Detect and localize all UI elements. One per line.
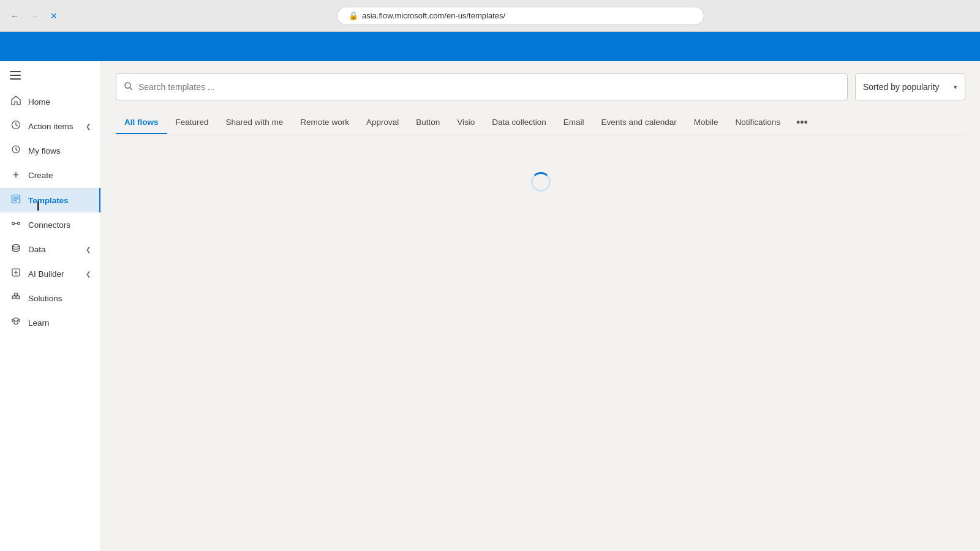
back-button[interactable]: ← — [6, 7, 23, 24]
sidebar-item-ai-builder-label: AI Builder — [28, 269, 64, 279]
ai-builder-chevron-icon: ❮ — [86, 271, 91, 277]
loading-spinner — [531, 172, 551, 192]
solutions-icon — [10, 292, 22, 304]
sidebar-item-learn[interactable]: Learn — [0, 310, 100, 335]
search-icon — [124, 81, 134, 93]
tab-approval[interactable]: Approval — [358, 111, 407, 134]
forward-button[interactable]: → — [26, 7, 43, 24]
tab-shared-with-me[interactable]: Shared with me — [217, 111, 292, 134]
sort-dropdown[interactable]: Sorted by popularity ▾ — [855, 73, 965, 100]
tab-featured[interactable]: Featured — [167, 111, 217, 134]
svg-point-3 — [18, 222, 20, 225]
content-wrapper: Sorted by popularity ▾ All flows Feature… — [116, 73, 965, 539]
nav-buttons: ← → ✕ — [6, 7, 62, 24]
sort-chevron-icon: ▾ — [954, 83, 957, 91]
sidebar-item-connectors-label: Connectors — [28, 220, 70, 230]
templates-icon — [10, 194, 22, 206]
browser-chrome: ← → ✕ 🔒 asia.flow.microsoft.com/en-us/te… — [0, 0, 980, 32]
sidebar: Home Action items ❮ My flows + Create Te… — [0, 61, 101, 551]
main-layout: Home Action items ❮ My flows + Create Te… — [0, 61, 980, 551]
action-items-chevron-icon: ❮ — [86, 123, 91, 130]
sidebar-item-create-label: Create — [28, 171, 53, 180]
hamburger-icon — [10, 71, 21, 80]
tab-data-collection[interactable]: Data collection — [483, 111, 555, 134]
sidebar-item-create[interactable]: + Create — [0, 163, 100, 188]
sidebar-item-solutions-label: Solutions — [28, 294, 62, 303]
sidebar-item-connectors[interactable]: Connectors — [0, 212, 100, 237]
sidebar-item-home[interactable]: Home — [0, 89, 100, 114]
lock-icon: 🔒 — [349, 11, 358, 20]
tabs-row: All flows Featured Shared with me Remote… — [116, 110, 965, 135]
sidebar-item-my-flows[interactable]: My flows — [0, 138, 100, 163]
create-icon: + — [10, 169, 22, 182]
tab-email[interactable]: Email — [555, 111, 593, 134]
sidebar-item-learn-label: Learn — [28, 318, 50, 328]
sidebar-item-home-label: Home — [28, 97, 50, 107]
action-items-icon — [10, 120, 22, 132]
reload-button[interactable]: ✕ — [45, 7, 62, 24]
sort-label: Sorted by popularity — [863, 82, 940, 92]
sidebar-item-data[interactable]: Data ❮ — [0, 237, 100, 261]
app-bar — [0, 32, 980, 61]
hamburger-menu[interactable] — [0, 66, 100, 84]
tab-events-and-calendar[interactable]: Events and calendar — [593, 111, 685, 134]
search-input[interactable] — [138, 82, 840, 92]
my-flows-icon — [10, 144, 22, 157]
sidebar-item-templates-label: Templates — [28, 196, 69, 205]
sidebar-item-solutions[interactable]: Solutions — [0, 286, 100, 310]
learn-icon — [10, 317, 22, 329]
search-sort-row: Sorted by popularity ▾ — [116, 73, 965, 100]
connectors-icon — [10, 219, 22, 231]
svg-rect-8 — [15, 293, 18, 296]
content-area: Sorted by popularity ▾ All flows Feature… — [101, 61, 980, 551]
address-bar[interactable]: 🔒 asia.flow.microsoft.com/en-us/template… — [337, 7, 704, 25]
svg-point-4 — [13, 245, 20, 247]
ai-builder-icon — [10, 268, 22, 280]
sidebar-item-my-flows-label: My flows — [28, 146, 61, 156]
cursor-indicator: | — [37, 200, 39, 211]
tab-visio[interactable]: Visio — [448, 111, 483, 134]
tab-button[interactable]: Button — [407, 111, 448, 134]
loading-area — [116, 135, 965, 539]
tabs-more-button[interactable]: ••• — [789, 110, 815, 135]
tab-remote-work[interactable]: Remote work — [292, 111, 358, 134]
data-chevron-icon: ❮ — [86, 246, 91, 253]
svg-point-2 — [12, 222, 15, 225]
sidebar-item-action-label: Action items — [28, 122, 74, 131]
sidebar-item-ai-builder[interactable]: AI Builder ❮ — [0, 261, 100, 286]
tabs-more-icon: ••• — [796, 116, 808, 129]
data-icon — [10, 243, 22, 255]
tab-notifications[interactable]: Notifications — [726, 111, 789, 134]
url-text: asia.flow.microsoft.com/en-us/templates/ — [362, 11, 505, 20]
tab-mobile[interactable]: Mobile — [685, 111, 727, 134]
tab-all-flows[interactable]: All flows — [116, 111, 167, 134]
search-box[interactable] — [116, 73, 848, 100]
sidebar-item-templates[interactable]: Templates | — [0, 188, 100, 212]
home-icon — [10, 96, 22, 108]
sidebar-item-data-label: Data — [28, 245, 46, 254]
sidebar-item-action-items[interactable]: Action items ❮ — [0, 114, 100, 138]
